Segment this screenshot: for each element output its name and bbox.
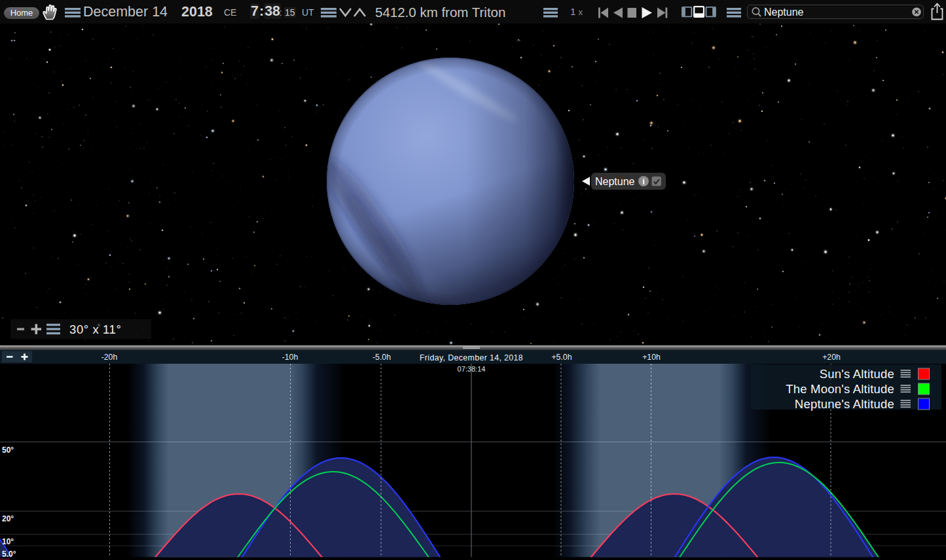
svg-text:5.0°: 5.0° (2, 550, 16, 559)
svg-text:10°: 10° (2, 537, 14, 546)
svg-text:i: i (642, 177, 645, 186)
svg-text:+10h: +10h (642, 353, 661, 362)
svg-text:07:38:14: 07:38:14 (458, 365, 486, 373)
svg-text:-20h: -20h (101, 353, 118, 362)
svg-text:+5.0h: +5.0h (551, 353, 572, 362)
svg-text:Neptune's Altitude: Neptune's Altitude (795, 397, 894, 411)
svg-text:50°: 50° (2, 446, 14, 455)
svg-text:Sun's Altitude: Sun's Altitude (820, 367, 894, 381)
svg-text:The Moon's Altitude: The Moon's Altitude (786, 382, 894, 396)
svg-text:+20h: +20h (822, 353, 841, 362)
svg-text:20°: 20° (2, 514, 14, 523)
svg-text:-10h: -10h (282, 353, 299, 362)
svg-text:Friday, December 14, 2018: Friday, December 14, 2018 (420, 353, 523, 362)
svg-text:30° x 11°: 30° x 11° (69, 322, 122, 336)
svg-text:-5.0h: -5.0h (373, 353, 391, 362)
